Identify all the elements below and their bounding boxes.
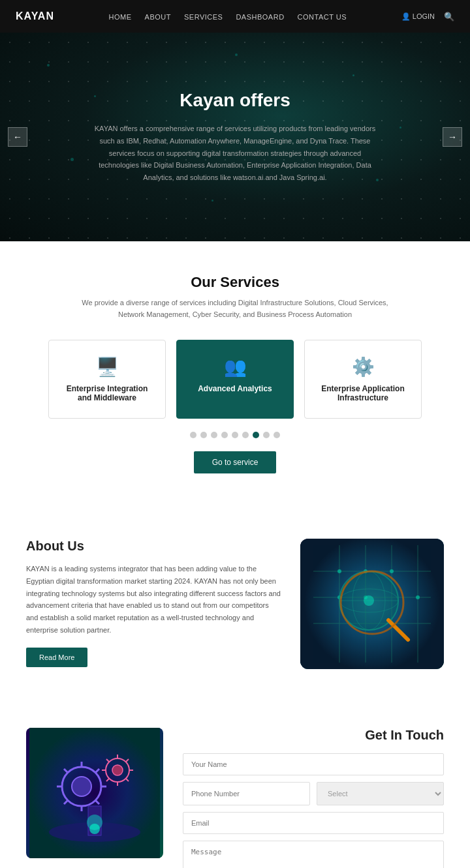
nav-home[interactable]: HOME xyxy=(109,13,132,21)
message-input[interactable] xyxy=(183,841,444,868)
dot-9[interactable] xyxy=(274,432,280,438)
about-section: About Us KAYAN is a leading systems inte… xyxy=(0,506,470,702)
nav-logo[interactable]: KAYAN xyxy=(16,10,54,22)
svg-point-13 xyxy=(416,595,420,599)
services-cards: 🖥️ Enterprise Integration and Middleware… xyxy=(26,340,444,419)
nav-links: HOME ABOUT SERVICES DASHBOARD CONTACT US xyxy=(109,10,347,22)
name-input[interactable] xyxy=(183,753,444,775)
svg-point-7 xyxy=(337,569,341,573)
dot-6[interactable] xyxy=(242,432,249,438)
svg-point-46 xyxy=(89,824,100,834)
message-field-row xyxy=(183,841,444,868)
svg-point-25 xyxy=(72,777,91,796)
hero-prev-button[interactable]: ← xyxy=(8,127,27,147)
nav-contact[interactable]: CONTACT US xyxy=(298,13,347,21)
service-title-1: Enterprise Integration and Middleware xyxy=(59,384,155,402)
service-icon-2: 👥 xyxy=(224,356,247,378)
about-svg xyxy=(313,545,431,663)
nav-dashboard[interactable]: DASHBOARD xyxy=(236,13,284,21)
service-icon-1: 🖥️ xyxy=(96,356,119,378)
user-icon: 👤 xyxy=(401,12,411,20)
search-icon[interactable]: 🔍 xyxy=(444,12,454,22)
hero-section: ← Kayan offers KAYAN offers a comprehens… xyxy=(0,33,470,241)
nav-login[interactable]: 👤 LOGIN xyxy=(401,12,435,21)
dot-3[interactable] xyxy=(211,432,217,438)
name-field-row xyxy=(183,753,444,775)
about-image-visual xyxy=(300,539,444,669)
phone-input[interactable] xyxy=(183,782,310,805)
contact-svg xyxy=(29,728,160,858)
hero-next-button[interactable]: → xyxy=(443,127,462,147)
service-title-3: Enterprise Application Infrastructure xyxy=(315,384,411,402)
hero-description: KAYAN offers a comprehensive range of se… xyxy=(91,123,379,183)
contact-form: Get In Touch Select SEND xyxy=(183,728,444,868)
service-card-2[interactable]: 👥 Advanced Analytics xyxy=(176,340,294,419)
service-card-1[interactable]: 🖥️ Enterprise Integration and Middleware xyxy=(48,340,166,419)
services-subtitle: We provide a diverse range of services i… xyxy=(72,297,398,320)
email-field-row xyxy=(183,812,444,834)
service-card-3[interactable]: ⚙️ Enterprise Application Infrastructure xyxy=(304,340,422,419)
contact-title: Get In Touch xyxy=(183,728,444,743)
dot-7[interactable] xyxy=(253,432,259,438)
dot-5[interactable] xyxy=(232,432,238,438)
svg-point-35 xyxy=(112,765,123,775)
hero-title: Kayan offers xyxy=(91,90,379,111)
service-icon-3: ⚙️ xyxy=(352,356,375,378)
phone-row: Select xyxy=(183,782,444,805)
country-select[interactable]: Select xyxy=(317,782,444,805)
dot-2[interactable] xyxy=(200,432,207,438)
about-description: KAYAN is a leading systems integrator th… xyxy=(26,563,281,636)
dot-4[interactable] xyxy=(221,432,228,438)
about-title: About Us xyxy=(26,539,281,554)
about-text: About Us KAYAN is a leading systems inte… xyxy=(26,539,281,667)
svg-point-9 xyxy=(390,569,394,573)
hero-content: Kayan offers KAYAN offers a comprehensiv… xyxy=(39,51,431,222)
svg-point-21 xyxy=(364,595,374,606)
read-more-button[interactable]: Read More xyxy=(26,648,87,667)
nav-about[interactable]: ABOUT xyxy=(145,13,171,21)
services-section: Our Services We provide a diverse range … xyxy=(0,241,470,506)
go-to-service-button[interactable]: Go to service xyxy=(194,451,277,473)
navbar: KAYAN HOME ABOUT SERVICES DASHBOARD CONT… xyxy=(0,0,470,33)
contact-section: Get In Touch Select SEND xyxy=(0,702,470,868)
nav-services[interactable]: SERVICES xyxy=(184,13,223,21)
nav-right: 👤 LOGIN 🔍 xyxy=(401,12,454,22)
carousel-dots xyxy=(26,432,444,438)
email-input[interactable] xyxy=(183,812,444,834)
contact-image xyxy=(26,728,163,858)
about-image xyxy=(300,539,444,669)
services-title: Our Services xyxy=(26,274,444,291)
dot-8[interactable] xyxy=(263,432,270,438)
service-title-2: Advanced Analytics xyxy=(198,384,272,393)
dot-1[interactable] xyxy=(190,432,196,438)
